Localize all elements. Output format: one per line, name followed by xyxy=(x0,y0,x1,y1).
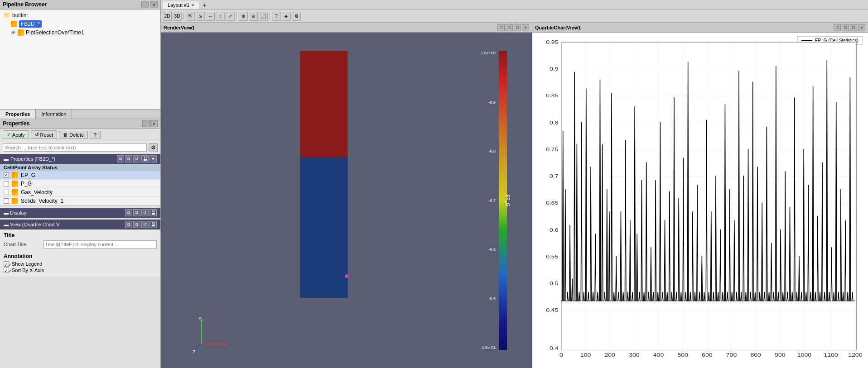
p-g-checkbox[interactable] xyxy=(4,181,9,186)
quartile-view-icon3[interactable]: □ xyxy=(850,24,857,31)
pipeline-item-plot[interactable]: 👁 PlotSelectionOverTime1 xyxy=(2,29,159,37)
pipeline-item-fb2d[interactable]: FB2D_* xyxy=(2,19,159,29)
display-minus-icon: ▬ xyxy=(4,210,9,215)
tab-properties[interactable]: Properties xyxy=(0,110,36,119)
ep-g-checkbox[interactable]: ✓ xyxy=(4,172,9,178)
svg-line-6 xyxy=(193,344,202,349)
fb2d-label: FB2D_* xyxy=(19,20,42,28)
quartile-view-icon2[interactable]: □ xyxy=(842,24,849,31)
section-refresh-btn[interactable]: ↺ xyxy=(133,155,140,162)
layout-tab[interactable]: Layout #1 × xyxy=(163,1,199,9)
display-copy-btn[interactable]: ⧉ xyxy=(125,209,132,216)
p-g-label: P_G xyxy=(21,181,32,187)
apply-button[interactable]: ✓ Apply xyxy=(3,130,29,139)
ep-g-icon xyxy=(12,172,18,178)
render-view-icon2[interactable]: □ xyxy=(506,24,513,31)
view-section-header[interactable]: ▬ View (Quartile Chart V ⧉ ⧉ ↺ 💾 xyxy=(0,220,160,229)
svg-text:0.75: 0.75 xyxy=(546,147,558,152)
cb-label-07: -0.7 xyxy=(479,198,496,203)
toolbar-btn-9[interactable]: ⊖ xyxy=(249,12,258,21)
array-item-p-g[interactable]: P_G xyxy=(0,180,160,188)
quartile-view: QuartileChartView1 □ □ □ × EP_G (Cell S xyxy=(532,23,868,368)
p-g-icon xyxy=(12,181,18,187)
sort-x-axis-checkbox[interactable]: ✓ xyxy=(4,268,9,273)
gas-velocity-checkbox[interactable] xyxy=(4,190,9,195)
props-minimize-btn[interactable]: _ xyxy=(142,120,149,127)
toolbar-btn-12[interactable]: ◈ xyxy=(282,12,291,21)
section-scroll-btn[interactable]: ▼ xyxy=(149,155,157,162)
toolbar-btn-4[interactable]: ⇲ xyxy=(196,12,205,21)
props-toolbar: ✓ Apply ↺ Reset 🗑 Delete ? xyxy=(0,129,160,141)
toolbar-btn-11[interactable]: ? xyxy=(272,12,281,21)
pipeline-browser-header: Pipeline Browser _ × xyxy=(0,0,160,10)
array-list: Cell/Point Array Status ✓ EP_G P_G xyxy=(0,164,160,206)
array-item-ep-g[interactable]: ✓ EP_G xyxy=(0,171,160,180)
layout-tab-close[interactable]: × xyxy=(191,2,194,8)
toolbar-btn-2[interactable]: 3D xyxy=(173,12,182,21)
toolbar-btn-3[interactable]: ⇱ xyxy=(186,12,195,21)
tab-information[interactable]: Information xyxy=(36,110,72,119)
svg-text:0.45: 0.45 xyxy=(546,308,558,313)
pipeline-close-btn[interactable]: × xyxy=(150,1,158,8)
display-save-btn[interactable]: 💾 xyxy=(149,209,157,216)
pipeline-minimize-btn[interactable]: _ xyxy=(141,1,149,8)
pipeline-item-builtin[interactable]: 📁 builtin: xyxy=(2,11,159,19)
solids-velocity-checkbox[interactable] xyxy=(4,198,9,204)
chart-title-input[interactable] xyxy=(43,240,157,249)
quartile-view-title: QuartileChartView1 xyxy=(535,25,581,30)
section-copy-btn[interactable]: ⧉ xyxy=(117,155,124,162)
gas-velocity-label: Gas_Velocity xyxy=(21,189,53,196)
display-section-header[interactable]: ▬ Display ⧉ ⧉ ↺ 💾 xyxy=(0,208,160,218)
svg-text:800: 800 xyxy=(750,353,761,358)
apply-icon: ✓ xyxy=(7,132,11,138)
svg-text:X: X xyxy=(228,342,229,347)
cb-label-09: -0.9 xyxy=(479,100,496,105)
layout-tab-label: Layout #1 xyxy=(168,2,189,8)
view-save-btn[interactable]: 💾 xyxy=(149,221,157,228)
help-button[interactable]: ? xyxy=(90,131,101,139)
toolbar-btn-10[interactable]: 🔄 xyxy=(259,12,268,21)
reset-icon: ↺ xyxy=(35,132,39,138)
colorbar-labels: -1.0e+00 -0.9 -0.8 -0.7 -0.6 -0.5 -4.5e-… xyxy=(479,51,496,350)
reset-button[interactable]: ↺ Reset xyxy=(31,130,58,139)
array-item-solids-velocity[interactable]: Solids_Velocity_1 xyxy=(0,197,160,206)
toolbar-btn-8[interactable]: ⊕ xyxy=(239,12,248,21)
display-copy2-btn[interactable]: ⧉ xyxy=(133,209,140,216)
cb-label-max: -1.0e+00 xyxy=(479,51,496,55)
toolbar-btn-1[interactable]: 2D xyxy=(163,12,172,21)
search-input[interactable] xyxy=(3,143,147,152)
svg-text:0.85: 0.85 xyxy=(546,93,558,99)
add-tab-btn[interactable]: + xyxy=(199,0,210,10)
render-content: X Y Z xyxy=(161,33,532,368)
svg-text:0.95: 0.95 xyxy=(546,39,558,45)
search-settings-btn[interactable]: ⚙ xyxy=(149,143,158,152)
toolbar-btn-13[interactable]: ⚙ xyxy=(292,12,301,21)
render-view-icon3[interactable]: □ xyxy=(514,24,521,31)
view-copy2-btn[interactable]: ⧉ xyxy=(133,221,140,228)
section-save-btn[interactable]: 💾 xyxy=(141,155,149,162)
title-section-header: Title xyxy=(4,232,157,239)
svg-text:1000: 1000 xyxy=(797,353,811,358)
delete-button[interactable]: 🗑 Delete xyxy=(59,131,88,139)
display-refresh-btn[interactable]: ↺ xyxy=(141,209,149,216)
viz-container: X Y Z xyxy=(161,33,532,368)
view-refresh-btn[interactable]: ↺ xyxy=(141,221,149,228)
svg-text:100: 100 xyxy=(580,353,591,358)
quartile-view-header: QuartileChartView1 □ □ □ × xyxy=(532,23,868,33)
toolbar-btn-7[interactable]: ⤢ xyxy=(226,12,235,21)
toolbar-btn-6[interactable]: ↕ xyxy=(216,12,225,21)
quartile-view-icon1[interactable]: □ xyxy=(834,24,841,31)
cb-label-min: -4.5e-01 xyxy=(479,345,496,350)
view-copy-btn[interactable]: ⧉ xyxy=(125,221,132,228)
pipeline-builtin-label: builtin: xyxy=(12,12,28,19)
render-view-close-btn[interactable]: × xyxy=(522,24,529,31)
show-legend-checkbox[interactable]: ✓ xyxy=(4,261,9,267)
array-item-gas-velocity[interactable]: Gas_Velocity xyxy=(0,188,160,197)
quartile-view-close-btn[interactable]: × xyxy=(858,24,865,31)
section-copy2-btn[interactable]: ⧉ xyxy=(125,155,132,162)
props-close-btn[interactable]: × xyxy=(150,120,158,127)
toolbar-btn-5[interactable]: ↔ xyxy=(206,12,215,21)
render-view-icon1[interactable]: □ xyxy=(497,24,505,31)
array-list-header: Cell/Point Array Status xyxy=(0,164,160,171)
delete-icon: 🗑 xyxy=(63,132,68,138)
